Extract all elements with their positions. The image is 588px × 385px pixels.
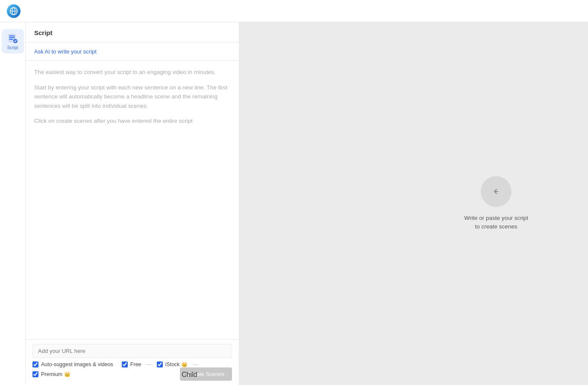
script-bottom: Auto-suggest images & videos Free — iSto… (26, 339, 239, 385)
script-body: Ask AI to write your script The easiest … (26, 42, 239, 339)
script-textarea-container: The easiest way to convert your script t… (26, 61, 239, 339)
app-logo (7, 4, 21, 18)
premium-label[interactable]: Premium 👑 (41, 371, 71, 377)
premium-crown-icon: 👑 (64, 371, 71, 377)
divider1: — (147, 361, 152, 367)
sidebar-item-label: Script (7, 45, 18, 50)
sidebar-item-script[interactable]: Script (2, 29, 24, 53)
auto-suggest-checkbox[interactable] (32, 361, 38, 367)
child-label: Child (182, 371, 197, 379)
free-group: Free (122, 361, 141, 367)
main-layout: Script Script Ask AI to write your scrip… (0, 22, 588, 385)
arrow-circle (481, 176, 512, 207)
top-bar (0, 0, 588, 22)
options-row: Auto-suggest images & videos Free — iSto… (32, 361, 232, 381)
canvas-hint: Write or paste your scriptto create scen… (464, 176, 528, 231)
free-checkbox[interactable] (122, 361, 128, 367)
ai-link[interactable]: Ask AI to write your script (34, 48, 97, 55)
istock-label[interactable]: iStock 👑 (165, 361, 188, 367)
istock-crown-icon: 👑 (181, 361, 188, 367)
side-nav: Script (0, 22, 26, 385)
script-panel: Script Ask AI to write your script The e… (26, 22, 239, 385)
script-title: Script (34, 29, 53, 36)
script-textarea[interactable] (26, 61, 239, 339)
canvas-hint-text: Write or paste your scriptto create scen… (464, 214, 528, 231)
premium-group: Premium 👑 (32, 371, 71, 377)
istock-checkbox[interactable] (157, 361, 163, 367)
arrow-left-icon (490, 186, 502, 198)
ai-link-container: Ask AI to write your script (26, 42, 239, 61)
canvas-area: Write or paste your scriptto create scen… (239, 22, 588, 385)
script-header: Script (26, 22, 239, 42)
auto-suggest-label[interactable]: Auto-suggest images & videos (41, 361, 113, 367)
free-label[interactable]: Free (130, 361, 141, 367)
premium-checkbox[interactable] (32, 371, 38, 377)
istock-group: iStock 👑 (157, 361, 188, 367)
auto-suggest-group: Auto-suggest images & videos (32, 361, 113, 367)
divider2: — (193, 361, 198, 367)
script-icon (7, 33, 19, 44)
url-input[interactable] (32, 344, 232, 358)
